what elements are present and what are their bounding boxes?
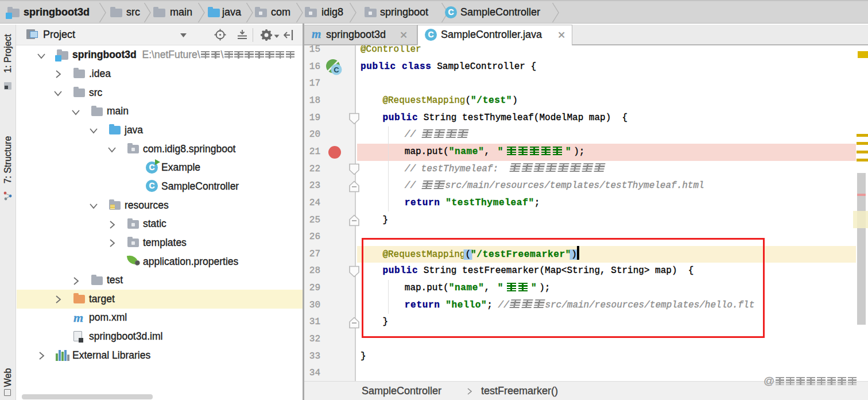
svg-text:C: C	[334, 66, 339, 74]
